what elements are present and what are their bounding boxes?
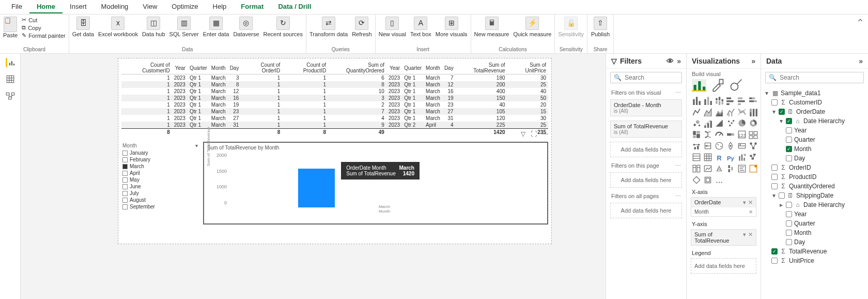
field-year-2[interactable]: Year xyxy=(764,210,865,219)
analytics-tab[interactable] xyxy=(729,79,743,92)
sql-server-button[interactable]: ▥SQL Server xyxy=(169,17,199,37)
menu-data-drill[interactable]: Data / Drill xyxy=(271,1,318,13)
field-unitprice[interactable]: ΣUnitPrice xyxy=(764,256,865,265)
more-icon[interactable]: ⋯ xyxy=(675,89,681,96)
menu-insert[interactable]: Insert xyxy=(63,1,94,13)
format-painter-button[interactable]: ✎ Format painter xyxy=(22,32,66,39)
filters-visual-drop[interactable]: Add data fields here xyxy=(610,142,682,157)
menu-help[interactable]: Help xyxy=(206,1,234,13)
table-node[interactable]: ▾▦Sample_data1 xyxy=(764,88,865,98)
viz-type-icon[interactable] xyxy=(726,96,735,105)
field-shippingdate[interactable]: ▾🗓ShippingDate xyxy=(764,191,865,200)
menu-view[interactable]: View xyxy=(135,1,164,13)
enter-data-button[interactable]: ▦Enter data xyxy=(203,17,229,37)
transform-data-button[interactable]: ⇄Transform data xyxy=(309,17,348,37)
viz-type-icon[interactable]: R xyxy=(715,153,724,162)
table-visual[interactable]: Count of CustomerIDYearQuarterMonthDayCo… xyxy=(121,62,548,136)
viz-type-icon[interactable] xyxy=(737,107,747,116)
viz-type-icon[interactable] xyxy=(726,164,735,173)
menu-optimize[interactable]: Optimize xyxy=(164,1,205,13)
more-icon[interactable]: ⋯ xyxy=(675,193,681,200)
more-icon[interactable]: ⋯ xyxy=(675,162,681,169)
data-search-input[interactable] xyxy=(780,74,860,81)
excel-button[interactable]: xExcel workbook xyxy=(98,17,138,37)
viz-type-icon[interactable] xyxy=(703,118,712,128)
viz-type-icon[interactable] xyxy=(749,96,758,105)
collapse-icon[interactable]: » xyxy=(859,57,863,65)
viz-type-icon[interactable] xyxy=(749,107,758,116)
viz-type-icon[interactable] xyxy=(703,96,712,105)
field-month[interactable]: ✓Month xyxy=(764,144,865,154)
yaxis-well[interactable]: Sum of TotalRevenue▾✕ xyxy=(691,229,756,246)
menu-home[interactable]: Home xyxy=(29,1,63,13)
viz-type-icon[interactable] xyxy=(715,141,724,151)
build-tab[interactable] xyxy=(692,79,706,92)
slicer-item[interactable]: March xyxy=(121,163,199,170)
viz-type-icon[interactable] xyxy=(726,107,735,116)
chevron-down-icon[interactable]: ▾ xyxy=(195,143,198,148)
recent-sources-button[interactable]: ↻Recent sources xyxy=(264,17,303,37)
report-canvas[interactable]: Count of CustomerIDYearQuarterMonthDayCo… xyxy=(118,58,552,244)
viz-type-icon[interactable] xyxy=(715,96,724,105)
paste-button[interactable]: 📋Paste xyxy=(3,17,18,38)
viz-type-icon[interactable] xyxy=(737,118,747,128)
field-month-2[interactable]: Month xyxy=(764,228,865,237)
viz-type-icon[interactable] xyxy=(715,130,724,139)
viz-type-icon[interactable] xyxy=(692,153,701,162)
viz-type-icon[interactable] xyxy=(737,96,747,105)
viz-type-icon[interactable] xyxy=(692,118,701,128)
get-data-button[interactable]: 🗄Get data xyxy=(72,17,94,37)
slicer-item[interactable]: April xyxy=(121,170,199,176)
refresh-button[interactable]: ⟳Refresh xyxy=(352,17,372,37)
viz-type-icon[interactable] xyxy=(737,164,747,173)
field-productid[interactable]: ΣProductID xyxy=(764,172,865,182)
slicer-item[interactable]: February xyxy=(121,156,199,163)
viz-type-icon[interactable] xyxy=(703,141,712,151)
cut-button[interactable]: ✂ Cut xyxy=(22,17,66,23)
viz-type-icon[interactable] xyxy=(715,118,724,128)
data-search[interactable]: 🔍 xyxy=(765,72,864,83)
copy-button[interactable]: ⧉ Copy xyxy=(22,24,66,31)
viz-type-icon[interactable] xyxy=(703,153,712,162)
viz-type-icon[interactable] xyxy=(703,164,712,173)
viz-type-icon[interactable] xyxy=(749,164,758,173)
field-year[interactable]: Year xyxy=(764,126,865,135)
remove-icon[interactable]: ✕ xyxy=(748,231,753,244)
collapse-icon[interactable]: » xyxy=(677,57,681,65)
remove-icon[interactable]: ✕ xyxy=(749,209,753,215)
quick-measure-button[interactable]: ⚡Quick measure xyxy=(513,17,551,37)
remove-icon[interactable]: ✕ xyxy=(748,199,753,206)
field-quantityordered[interactable]: ΣQuantityOrdered xyxy=(764,182,865,191)
publish-button[interactable]: ⇧Publish xyxy=(591,17,610,37)
field-orderdate[interactable]: ▾✓🗓OrderDate xyxy=(764,107,865,116)
legend-well[interactable]: Add data fields here xyxy=(691,258,756,274)
slicer-item[interactable]: January xyxy=(121,150,199,156)
bar[interactable] xyxy=(298,169,335,207)
column-chart-visual[interactable]: Sum of TotalRevenue by Month Sum of Tota… xyxy=(203,142,548,225)
filters-all-drop[interactable]: Add data fields here xyxy=(610,203,682,218)
field-totalrevenue[interactable]: ✓ΣTotalRevenue xyxy=(764,247,865,256)
field-quarter[interactable]: Quarter xyxy=(764,135,865,144)
viz-type-icon[interactable] xyxy=(692,130,701,139)
report-view-icon[interactable] xyxy=(6,58,15,67)
slicer-item[interactable]: May xyxy=(121,176,199,183)
eye-icon[interactable]: 👁 xyxy=(667,57,674,65)
new-visual-button[interactable]: ▯New visual xyxy=(379,17,406,37)
slicer-item[interactable]: September xyxy=(121,203,199,210)
field-quarter-2[interactable]: Quarter xyxy=(764,219,865,228)
data-hub-button[interactable]: ◫Data hub xyxy=(142,17,165,37)
viz-type-icon[interactable] xyxy=(726,130,735,139)
filters-search[interactable]: 🔍 xyxy=(610,72,682,83)
viz-type-icon[interactable] xyxy=(703,130,712,139)
viz-type-icon[interactable]: Py xyxy=(726,153,735,162)
xaxis-well[interactable]: OrderDate▾✕ Month✕ xyxy=(691,197,756,217)
more-options-icon[interactable]: ⋯ xyxy=(542,130,548,138)
viz-type-icon[interactable] xyxy=(737,141,747,151)
new-measure-button[interactable]: 🖩New measure xyxy=(474,17,509,37)
filter-icon[interactable]: ▽ xyxy=(521,130,525,138)
viz-type-icon[interactable] xyxy=(692,96,701,105)
chevron-down-icon[interactable]: ▾ xyxy=(743,199,746,206)
field-day[interactable]: Day xyxy=(764,154,865,163)
collapse-icon[interactable]: » xyxy=(751,57,755,65)
text-box-button[interactable]: AText box xyxy=(410,17,431,37)
